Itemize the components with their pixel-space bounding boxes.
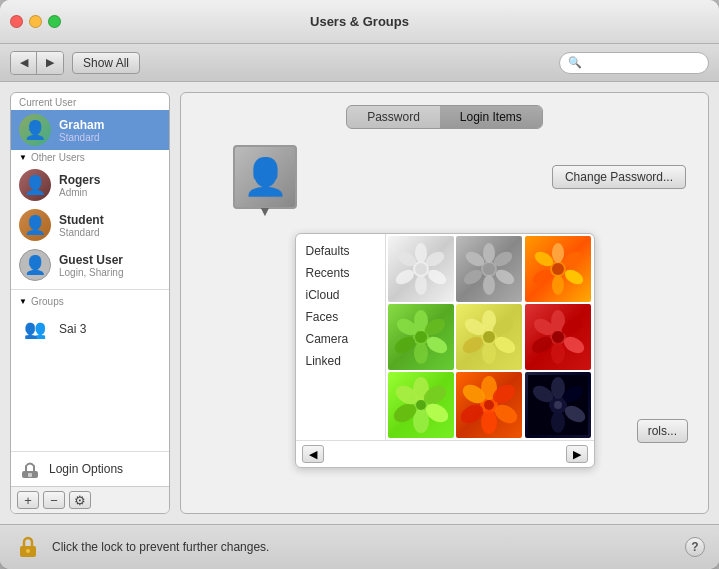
- group-name-sai: Sai 3: [59, 322, 86, 336]
- login-options-icon: [19, 458, 41, 480]
- main-panel: Password Login Items 👤 ▼ Change Password…: [180, 92, 709, 514]
- picker-cell-8[interactable]: [456, 372, 522, 438]
- tab-login-items[interactable]: Login Items: [440, 106, 542, 128]
- picker-category-faces[interactable]: Faces: [296, 306, 385, 328]
- svg-point-74: [554, 401, 562, 409]
- lock-button[interactable]: [14, 533, 42, 561]
- other-users-label: Other Users: [31, 152, 85, 163]
- picker-cell-6[interactable]: [525, 304, 591, 370]
- content: Current User 👤 Graham Standard ▼ Other U…: [0, 82, 719, 524]
- avatar-rogers: 👤: [19, 169, 51, 201]
- tab-password[interactable]: Password: [347, 106, 440, 128]
- svg-point-62: [481, 410, 497, 434]
- window: Users & Groups ◀ ▶ Show All 🔍 Current Us…: [0, 0, 719, 569]
- picker-category-defaults[interactable]: Defaults: [296, 240, 385, 262]
- user-name-guest: Guest User: [59, 253, 124, 267]
- login-options-label: Login Options: [49, 462, 123, 476]
- svg-point-68: [551, 377, 565, 399]
- bottom-bar: Click the lock to prevent further change…: [0, 524, 719, 569]
- svg-rect-1: [28, 473, 32, 477]
- back-button[interactable]: ◀: [11, 52, 37, 74]
- svg-point-11: [483, 243, 495, 263]
- svg-point-33: [415, 331, 427, 343]
- picker-cell-1[interactable]: [388, 236, 454, 302]
- maximize-button[interactable]: [48, 15, 61, 28]
- user-role-student: Standard: [59, 227, 104, 238]
- avatar-picker: Defaults Recents iCloud Faces Camera Lin…: [295, 233, 595, 468]
- other-users-header: ▼ Other Users: [11, 150, 169, 165]
- picker-category-recents[interactable]: Recents: [296, 262, 385, 284]
- svg-point-14: [483, 275, 495, 295]
- svg-point-41: [483, 331, 495, 343]
- svg-point-46: [551, 342, 565, 364]
- user-name-graham: Graham: [59, 118, 104, 132]
- settings-button[interactable]: ⚙: [69, 491, 91, 509]
- picker-cell-9[interactable]: [525, 372, 591, 438]
- search-icon: 🔍: [568, 56, 582, 69]
- svg-point-65: [484, 400, 494, 410]
- show-all-button[interactable]: Show All: [72, 52, 140, 74]
- profile-pic-container: 👤 ▼: [233, 145, 297, 209]
- avatar-graham: 👤: [19, 114, 51, 146]
- groups-label: Groups: [31, 296, 64, 307]
- avatar-student: 👤: [19, 209, 51, 241]
- picker-category-camera[interactable]: Camera: [296, 328, 385, 350]
- group-item-sai[interactable]: 👥 Sai 3: [11, 309, 169, 349]
- profile-face-icon: 👤: [243, 156, 288, 198]
- picker-cell-7[interactable]: [388, 372, 454, 438]
- profile-picture[interactable]: 👤: [233, 145, 297, 209]
- sidebar-divider: [11, 289, 169, 290]
- remove-button[interactable]: −: [43, 491, 65, 509]
- lock-text: Click the lock to prevent further change…: [52, 540, 675, 554]
- svg-point-9: [415, 263, 427, 275]
- search-box: 🔍: [559, 52, 709, 74]
- picker-category-linked[interactable]: Linked: [296, 350, 385, 372]
- user-item-rogers[interactable]: 👤 Rogers Admin: [11, 165, 169, 205]
- svg-point-25: [552, 263, 564, 275]
- user-role-rogers: Admin: [59, 187, 100, 198]
- svg-point-71: [551, 411, 565, 433]
- login-options-item[interactable]: Login Options: [11, 451, 169, 486]
- user-name-student: Student: [59, 213, 104, 227]
- picker-category-icloud[interactable]: iCloud: [296, 284, 385, 306]
- window-title: Users & Groups: [310, 14, 409, 29]
- user-role-graham: Standard: [59, 132, 104, 143]
- user-role-guest: Login, Sharing: [59, 267, 124, 278]
- sidebar-toolbar: + − ⚙: [11, 486, 169, 513]
- user-item-graham[interactable]: 👤 Graham Standard: [11, 110, 169, 150]
- triangle-icon: ▼: [19, 153, 27, 162]
- change-password-button[interactable]: Change Password...: [552, 165, 686, 189]
- titlebar: Users & Groups: [0, 0, 719, 44]
- picker-cell-2[interactable]: [456, 236, 522, 302]
- user-item-guest[interactable]: 👤 Guest User Login, Sharing: [11, 245, 169, 285]
- user-item-student[interactable]: 👤 Student Standard: [11, 205, 169, 245]
- svg-point-30: [414, 342, 428, 364]
- search-input[interactable]: [586, 56, 700, 70]
- svg-point-38: [482, 342, 496, 364]
- user-name-rogers: Rogers: [59, 173, 100, 187]
- picker-next-button[interactable]: ▶: [566, 445, 588, 463]
- sidebar: Current User 👤 Graham Standard ▼ Other U…: [10, 92, 170, 514]
- picker-prev-button[interactable]: ◀: [302, 445, 324, 463]
- picker-cell-5[interactable]: [456, 304, 522, 370]
- svg-point-3: [415, 243, 427, 263]
- forward-button[interactable]: ▶: [37, 52, 63, 74]
- controls-button[interactable]: rols...: [637, 419, 688, 443]
- add-button[interactable]: +: [17, 491, 39, 509]
- group-icon: 👥: [19, 313, 51, 345]
- svg-point-17: [483, 263, 495, 275]
- svg-point-49: [552, 331, 564, 343]
- picker-nav: ◀ ▶: [296, 440, 594, 467]
- current-user-label: Current User: [11, 93, 169, 110]
- avatar-guest: 👤: [19, 249, 51, 281]
- tab-bar: Password Login Items: [346, 105, 543, 129]
- help-button[interactable]: ?: [685, 537, 705, 557]
- picker-cell-3[interactable]: [525, 236, 591, 302]
- nav-buttons: ◀ ▶: [10, 51, 64, 75]
- picker-cell-4[interactable]: [388, 304, 454, 370]
- close-button[interactable]: [10, 15, 23, 28]
- toolbar: ◀ ▶ Show All 🔍: [0, 44, 719, 82]
- profile-pic-arrow: ▼: [258, 203, 272, 219]
- picker-grid: [386, 234, 594, 440]
- minimize-button[interactable]: [29, 15, 42, 28]
